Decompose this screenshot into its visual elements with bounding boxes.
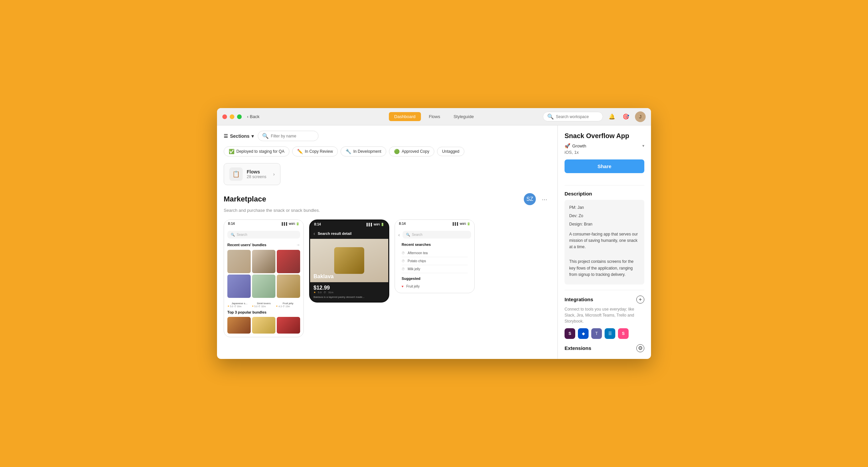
phone-3-time: 8:14 <box>399 222 406 226</box>
sections-icon: ☰ <box>224 133 228 139</box>
phone-1-popular-text: Top 3 popular bundles <box>227 310 267 314</box>
phone-3-search-placeholder: Search <box>412 233 423 236</box>
jira-integration[interactable]: ◆ <box>578 328 589 339</box>
bundle-item-5 <box>252 274 275 298</box>
phone-1-time: 8:14 <box>228 222 235 226</box>
more-options-button[interactable]: ··· <box>538 193 551 205</box>
sections-label: Sections <box>230 133 249 139</box>
left-panel: ☰ Sections ▾ 🔍 ✅ Deployed to staging for… <box>217 126 558 359</box>
approved-icon: 🟢 <box>394 149 400 154</box>
phone-1-search[interactable]: 🔍 Search <box>227 231 300 238</box>
trello-integration[interactable]: ☰ <box>604 328 615 339</box>
bundle-img-5 <box>252 274 275 298</box>
nav-tabs: Dashboard Flows Styleguide <box>389 112 479 121</box>
phone-3: 8:14 ▌▌▌WiFi🔋 ‹ 🔍 Search <box>395 220 475 293</box>
tags-row: ✅ Deployed to staging for QA ✏️ In Copy … <box>224 146 551 157</box>
phone-2-price: $12.99 <box>313 285 385 291</box>
search-input[interactable] <box>556 114 598 119</box>
design-info: Design: Bran <box>569 221 640 228</box>
bundle-item-1 <box>227 250 251 273</box>
bundle-item-4 <box>227 274 251 298</box>
content-area: ☰ Sections ▾ 🔍 ✅ Deployed to staging for… <box>217 126 651 359</box>
phone-3-search-icon: 🔍 <box>406 233 410 236</box>
bundle-rating-1: ★ 5.0 ⏱ 30m <box>227 305 252 307</box>
close-button[interactable] <box>222 114 227 119</box>
popular-3 <box>277 317 300 334</box>
phone-3-wrapper: 8:14 ▌▌▌WiFi🔋 ‹ 🔍 Search <box>395 220 475 337</box>
filter-input-wrapper[interactable]: 🔍 <box>258 131 318 141</box>
suggestion-text-1: Afternoon tea <box>408 251 428 255</box>
storybook-integration[interactable]: S <box>618 328 629 339</box>
phone-3-search[interactable]: 🔍 Search <box>403 231 471 238</box>
integrations-label: Integrations <box>564 297 593 302</box>
project-tag-label: Growth <box>572 143 586 148</box>
help-button[interactable]: 🎯 <box>621 112 631 122</box>
bundle-label-2: Simit lovers <box>252 302 276 305</box>
bundle-time-3-val: 15m <box>285 305 290 307</box>
titlebar-right: 🔍 🔔 🎯 J <box>543 111 646 122</box>
tab-styleguide[interactable]: Styleguide <box>448 112 479 121</box>
tag-approved-label: Approved Copy <box>402 149 429 154</box>
notification-button[interactable]: 🔔 <box>607 112 617 122</box>
back-button[interactable]: ‹ Back <box>247 114 259 119</box>
right-panel: Snack Overflow App 🚀 Growth ▾ iOS, 1x Sh… <box>558 126 651 359</box>
flows-card[interactable]: 📋 Flows 28 screens › <box>224 163 280 185</box>
section-avatar-btn[interactable]: SZ <box>524 193 536 205</box>
team-info: PM: Jan Dev: Zo Design: Bran <box>569 204 640 228</box>
bundle-labels-row: Japanese s... ★ 5.0 ⏱ 30m Simi <box>227 302 300 307</box>
bundle-time-2-val: 32m <box>261 305 266 307</box>
suggestion-text-3: Milk jelly <box>408 267 420 271</box>
phone-2-navbar: ‹ Search result detail <box>310 228 388 239</box>
slack-integration[interactable]: S <box>564 328 575 339</box>
user-avatar[interactable]: J <box>635 111 646 122</box>
phone-3-recent-header: Recent searches <box>402 242 468 246</box>
clock-icon-1: ⏱ <box>402 251 405 255</box>
extensions-settings-icon[interactable]: ⚙ <box>636 344 644 352</box>
phone-2: 8:14 ▌▌▌WiFi🔋 ‹ Search result detail Bak… <box>309 220 389 303</box>
phone-1: 8:14 ▌▌▌WiFi🔋 🔍 Search Recent use <box>224 220 304 337</box>
tag-copy-review[interactable]: ✏️ In Copy Review <box>292 146 338 157</box>
phone-1-popular-label: Top 3 popular bundles <box>227 310 300 314</box>
workspace-search[interactable]: 🔍 <box>543 112 603 122</box>
tag-in-development[interactable]: 🔧 In Development <box>341 146 386 157</box>
bundle-rating-1-val: 5.0 <box>230 305 234 307</box>
bundle-label-3: Fruit jelly <box>276 302 300 305</box>
phone-2-wrapper: 8:14 ▌▌▌WiFi🔋 ‹ Search result detail Bak… <box>309 220 389 337</box>
phone-3-back-search: ‹ 🔍 Search <box>398 231 471 238</box>
phone-3-status-icons: ▌▌▌WiFi🔋 <box>453 222 470 226</box>
clock-icon-3: ⏱ <box>402 267 405 271</box>
bundle-img-2 <box>252 250 275 273</box>
tag-approved-copy[interactable]: 🟢 Approved Copy <box>389 146 434 157</box>
back-arrow-icon: ‹ <box>247 114 248 119</box>
phone-1-search-placeholder: Search <box>237 233 247 236</box>
share-button[interactable]: Share <box>564 160 644 173</box>
teams-integration[interactable]: T <box>591 328 602 339</box>
add-integration-button[interactable]: + <box>636 296 644 304</box>
deployed-icon: ✅ <box>229 149 235 154</box>
phone-2-status-icons: ▌▌▌WiFi🔋 <box>367 223 384 226</box>
phone-3-content: ‹ 🔍 Search Recent searches ⏱ A <box>395 228 474 293</box>
flows-card-icon: 📋 <box>229 167 243 181</box>
popular-1 <box>227 317 251 334</box>
tab-flows[interactable]: Flows <box>423 112 445 121</box>
chevron-down-icon: ▾ <box>251 133 254 139</box>
tag-deployed[interactable]: ✅ Deployed to staging for QA <box>224 146 289 157</box>
phone-2-back-icon: ‹ <box>313 231 315 236</box>
screens-row: 8:14 ▌▌▌WiFi🔋 🔍 Search Recent use <box>224 220 551 340</box>
search-icon: 🔍 <box>547 113 554 120</box>
project-tag[interactable]: 🚀 Growth <box>564 143 586 148</box>
bundle-rating-2: ★ 5.0 ⏱ 32m <box>252 305 276 307</box>
section-header: Marketplace SZ ··· <box>224 193 551 205</box>
maximize-button[interactable] <box>237 114 242 119</box>
phone-2-description: Baklava is a layered pastry dessert made… <box>313 295 385 299</box>
bundle-img-6 <box>277 274 300 298</box>
filter-input[interactable] <box>271 134 314 138</box>
bundle-img-3 <box>277 250 300 273</box>
minimize-button[interactable] <box>230 114 235 119</box>
tab-dashboard[interactable]: Dashboard <box>389 112 421 121</box>
flows-card-text: Flows 28 screens <box>247 169 267 179</box>
phone-1-wrapper: 8:14 ▌▌▌WiFi🔋 🔍 Search Recent use <box>224 220 304 337</box>
phone-2-product-name: Baklava <box>313 273 334 279</box>
tag-untagged[interactable]: Untagged <box>437 147 464 156</box>
sections-button[interactable]: ☰ Sections ▾ <box>224 133 254 139</box>
